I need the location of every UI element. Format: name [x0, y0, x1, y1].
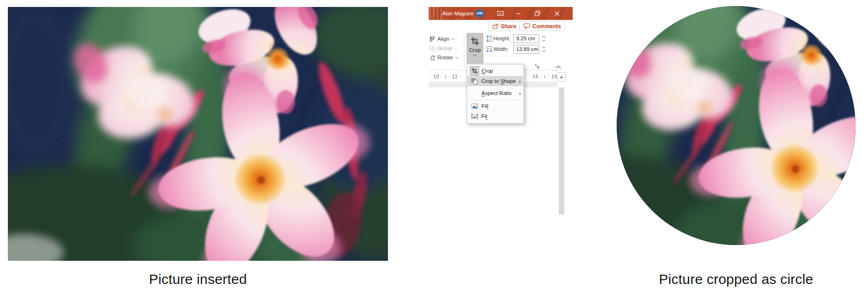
size-dialog-launcher[interactable] — [535, 64, 540, 69]
circle-cropped-picture — [617, 6, 856, 245]
comments-icon — [524, 23, 530, 29]
crop-icon-selected-box — [470, 66, 479, 76]
align-label: Align — [437, 36, 450, 42]
width-value: 13.89 cm — [516, 46, 538, 52]
menu-item-fill[interactable]: Fill — [468, 101, 523, 111]
dialog-launcher-icon — [535, 64, 540, 69]
width-input[interactable]: 13.89 cm — [513, 45, 539, 54]
rotate-icon — [430, 55, 436, 61]
spin-up-icon — [542, 36, 546, 38]
submenu-arrow-icon: › — [517, 78, 523, 85]
ruler-left-segment: · 10 · ı · 11 · — [430, 72, 468, 82]
menu-separator — [469, 100, 521, 100]
scrollbar-thumb[interactable] — [559, 88, 564, 214]
close-icon — [555, 11, 560, 16]
shape-height-icon — [486, 35, 493, 42]
height-value: 9.25 cm — [516, 36, 535, 41]
left-caption: Picture inserted — [8, 271, 388, 287]
spin-down-icon — [542, 39, 546, 42]
menu-item-crop[interactable]: Crop — [468, 66, 523, 76]
account-name[interactable]: Alan Maguire — [442, 7, 474, 20]
minimize-icon — [516, 11, 521, 16]
collapse-ribbon-button[interactable] — [556, 65, 561, 69]
comments-button[interactable]: Comments — [519, 21, 565, 31]
height-input[interactable]: 9.25 cm — [513, 34, 539, 43]
spin-down-icon — [542, 50, 546, 52]
inserted-picture — [8, 7, 388, 261]
rotate-button[interactable]: Rotate — [430, 53, 463, 62]
ribbon-display-options-button[interactable] — [493, 7, 508, 20]
crop-icon — [471, 68, 478, 74]
share-button[interactable]: Share — [488, 21, 520, 31]
avatar[interactable]: AM — [475, 9, 484, 18]
restore-icon — [535, 11, 540, 16]
align-icon — [430, 36, 436, 42]
ribbon-group-divider — [464, 34, 464, 69]
share-label: Share — [501, 23, 516, 30]
close-button[interactable] — [549, 7, 565, 20]
group-label: Group — [437, 45, 452, 51]
width-label: Width: — [493, 45, 513, 54]
rotate-label: Rotate — [437, 55, 453, 60]
fit-icon — [471, 113, 478, 119]
chevron-down-icon — [451, 38, 455, 40]
menu-item-aspect-ratio[interactable]: Aspect Ratio › — [468, 88, 523, 98]
plumeria-photo — [8, 7, 388, 261]
menu-item-fit[interactable]: Fit — [468, 111, 523, 121]
restore-button[interactable] — [530, 7, 545, 20]
ribbon-display-options-icon — [497, 11, 504, 16]
share-icon — [493, 23, 499, 29]
crop-icon — [470, 37, 480, 46]
scroll-up-icon — [560, 76, 563, 78]
group-button: Group — [430, 44, 463, 52]
menu-item-crop-to-shape[interactable]: Crop to Shape › — [468, 76, 523, 86]
crop-dropdown-menu: Crop Crop to Shape › Aspect Ratio › — [467, 64, 524, 124]
plumeria-photo-circular — [617, 6, 856, 245]
width-spinner[interactable] — [541, 45, 547, 54]
minimize-button[interactable] — [510, 7, 526, 20]
submenu-arrow-icon: › — [517, 90, 523, 97]
right-caption: Picture cropped as circle — [617, 271, 856, 287]
shape-width-icon — [486, 46, 493, 52]
chevron-down-icon — [473, 54, 477, 57]
height-label: Height: — [493, 34, 513, 43]
comments-label: Comments — [532, 23, 561, 30]
group-icon — [430, 45, 436, 51]
crop-button[interactable]: Crop — [467, 33, 483, 63]
chevron-down-icon — [454, 47, 457, 50]
height-spinner[interactable] — [541, 34, 547, 43]
align-button[interactable]: Align — [430, 35, 463, 43]
fill-icon — [471, 103, 478, 109]
powerpoint-window: Alan Maguire AM Share — [429, 7, 573, 218]
chevron-down-icon — [455, 57, 458, 59]
chevron-up-icon — [556, 65, 561, 69]
crop-to-shape-icon — [471, 78, 478, 85]
ruler-right-segment: · 15 · ı · 16 — [524, 72, 557, 82]
crop-button-label: Crop — [469, 47, 481, 53]
scrollbar-up-button[interactable] — [557, 72, 566, 82]
spin-up-icon — [542, 46, 546, 49]
